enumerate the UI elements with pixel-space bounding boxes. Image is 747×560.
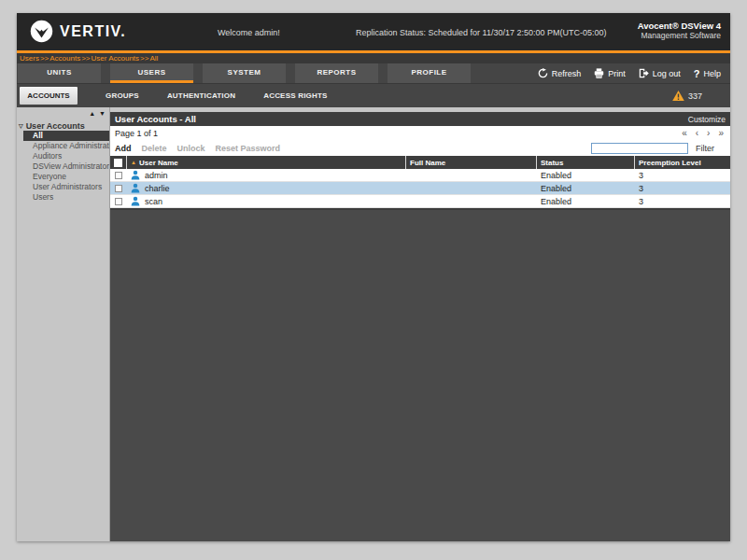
filter-area: Filter [591, 143, 726, 154]
sort-ascending-icon[interactable]: ▲ [89, 110, 95, 117]
table-row-admin[interactable]: adminEnabled3 [110, 169, 730, 182]
sidebar-item-appliance-administrators[interactable]: Appliance Administrators [17, 141, 109, 151]
help-icon: ? [694, 68, 700, 79]
help-button[interactable]: ? Help [694, 68, 721, 79]
breadcrumb-item-user-accounts[interactable]: User Accounts [91, 54, 139, 63]
page-info: Page 1 of 1 [115, 129, 158, 138]
column-header-user-name[interactable]: ▲ User Name [127, 156, 406, 169]
refresh-label: Refresh [552, 69, 582, 78]
page-title: User Accounts - All [115, 114, 196, 124]
preemption-level-cell: 3 [635, 195, 730, 207]
table-toolbar: AddDeleteUnlockReset Password Filter [110, 140, 730, 156]
main-tab-bar: UNITSUSERSSYSTEMREPORTSPROFILE Refresh P… [17, 63, 730, 83]
next-page-button[interactable]: › [707, 129, 710, 138]
user-name-text: admin [145, 171, 168, 180]
logout-button[interactable]: Log out [639, 68, 681, 78]
sidebar-item-user-administrators[interactable]: User Administrators [17, 182, 109, 192]
sidebar-item-all[interactable]: All [23, 131, 109, 141]
toolbar-delete-button[interactable]: Delete [142, 144, 167, 153]
content-title-bar: User Accounts - All Customize [110, 112, 730, 126]
user-name-text: scan [145, 197, 162, 206]
table-header: ▲ User Name Full Name Status Preemption … [110, 156, 730, 169]
breadcrumb-item-users[interactable]: Users [20, 54, 39, 63]
row-checkbox-cell [110, 195, 127, 207]
user-icon [131, 170, 140, 180]
collapse-icon[interactable]: ▽ [19, 122, 23, 129]
sort-descending-icon[interactable]: ▼ [99, 110, 106, 117]
breadcrumb-separator: >> [140, 54, 148, 63]
user-name-cell: charlie [127, 182, 406, 194]
row-checkbox-cell [110, 182, 127, 194]
row-checkbox[interactable] [115, 198, 122, 205]
product-line2: Management Software [638, 31, 721, 40]
select-all-header-cell [110, 156, 127, 169]
tab-system[interactable]: SYSTEM [203, 63, 286, 83]
alert-badge[interactable]: 337 [672, 91, 702, 101]
user-name-text: charlie [145, 184, 170, 193]
status-cell: Enabled [537, 182, 635, 194]
table-row-scan[interactable]: scanEnabled3 [110, 195, 730, 208]
toolbar-reset-password-button[interactable]: Reset Password [216, 144, 281, 153]
breadcrumb-separator: >> [81, 54, 90, 63]
refresh-button[interactable]: Refresh [538, 68, 582, 78]
subtab-authentication[interactable]: AUTHENTICATION [167, 91, 235, 100]
breadcrumb-item-all[interactable]: All [149, 54, 158, 63]
user-name-cell: admin [127, 169, 406, 181]
row-checkbox[interactable] [115, 185, 122, 192]
pagination-row: Page 1 of 1 « ‹ › » [110, 126, 730, 140]
tree-root-user-accounts[interactable]: ▽ User Accounts [17, 120, 109, 131]
sidebar-item-everyone[interactable]: Everyone [17, 172, 109, 182]
main-tabs: UNITSUSERSSYSTEMREPORTSPROFILE [18, 63, 480, 83]
refresh-icon [538, 68, 548, 78]
filter-input[interactable] [591, 143, 688, 154]
filter-button[interactable]: Filter [696, 144, 714, 153]
toolbar-unlock-button[interactable]: Unlock [177, 144, 205, 153]
subtab-access-rights[interactable]: ACCESS RIGHTS [263, 91, 327, 100]
toolbar-buttons: AddDeleteUnlockReset Password [115, 144, 280, 153]
breadcrumb-item-accounts[interactable]: Accounts [49, 54, 80, 63]
tab-profile[interactable]: PROFILE [388, 63, 471, 83]
row-checkbox[interactable] [115, 172, 122, 179]
tab-units[interactable]: UNITS [18, 63, 101, 83]
tab-users[interactable]: USERS [110, 63, 193, 83]
app-window: VERTIV. Welcome admin! Replication Statu… [17, 13, 730, 541]
subtab-groups[interactable]: GROUPS [106, 91, 139, 100]
top-bar: VERTIV. Welcome admin! Replication Statu… [17, 13, 730, 50]
table-row-charlie[interactable]: charlieEnabled3 [110, 182, 730, 195]
breadcrumb-separator: >> [40, 54, 49, 63]
tab-reports[interactable]: REPORTS [295, 63, 378, 83]
breadcrumb: Users>>Accounts>>User Accounts>>All [17, 53, 730, 63]
last-page-button[interactable]: » [718, 129, 724, 138]
pager: « ‹ › » [682, 129, 726, 138]
utility-bar: Refresh Print Log out ? Help [538, 63, 721, 83]
sidebar-item-dsview-administrators[interactable]: DSView Administrators [17, 161, 109, 172]
first-page-button[interactable]: « [682, 129, 687, 138]
brand-text: VERTIV. [60, 23, 126, 40]
replication-status: Replication Status: Scheduled for 11/30/… [356, 28, 606, 37]
column-header-preemption-level[interactable]: Preemption Level [635, 156, 730, 169]
tree-items: AllAppliance AdministratorsAuditorsDSVie… [17, 131, 109, 203]
print-label: Print [608, 69, 626, 78]
sidebar-item-users[interactable]: Users [17, 192, 109, 203]
vertiv-bird-icon [30, 20, 53, 43]
full-name-cell [406, 195, 537, 207]
column-header-full-name[interactable]: Full Name [406, 156, 537, 169]
welcome-text: Welcome admin! [218, 28, 280, 37]
user-icon [131, 196, 140, 206]
print-button[interactable]: Print [594, 68, 626, 78]
toolbar-add-button[interactable]: Add [115, 144, 132, 153]
printer-icon [594, 68, 604, 78]
logout-icon [639, 68, 649, 78]
help-label: Help [703, 69, 721, 78]
subtab-accounts[interactable]: ACCOUNTS [20, 87, 78, 105]
column-header-status[interactable]: Status [537, 156, 635, 169]
previous-page-button[interactable]: ‹ [696, 129, 698, 138]
preemption-level-cell: 3 [635, 169, 730, 181]
select-all-checkbox[interactable] [114, 159, 122, 167]
preemption-level-cell: 3 [635, 182, 730, 194]
status-cell: Enabled [537, 169, 635, 181]
sidebar-item-auditors[interactable]: Auditors [17, 151, 109, 161]
status-cell: Enabled [537, 195, 635, 207]
customize-link[interactable]: Customize [688, 115, 726, 124]
warning-icon [672, 91, 684, 101]
